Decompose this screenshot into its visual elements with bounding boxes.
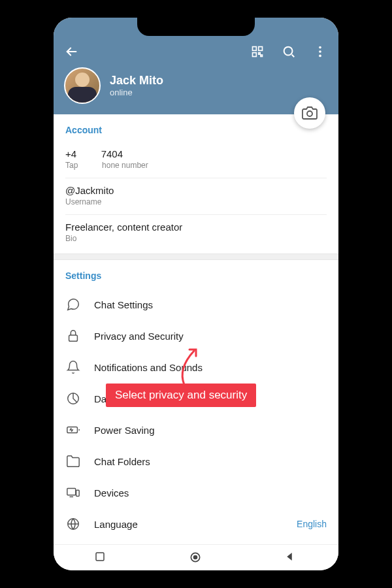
content-area: Account +4 7404 Tap hone number @Jackmit… xyxy=(54,114,338,540)
settings-label: Language xyxy=(94,519,284,530)
qr-icon[interactable] xyxy=(250,44,265,59)
svg-rect-10 xyxy=(69,335,78,341)
username-value: @Jackmito xyxy=(65,185,327,196)
account-title: Account xyxy=(65,125,327,135)
svg-rect-1 xyxy=(259,47,263,51)
profile-name: Jack Mito xyxy=(110,74,163,88)
bio-row[interactable]: Freelancer, content creator Bio xyxy=(65,214,327,248)
chat-icon xyxy=(65,297,81,312)
phone-row[interactable]: +4 7404 Tap hone number xyxy=(65,143,327,175)
header-toolbar xyxy=(64,44,328,59)
svg-point-7 xyxy=(319,50,321,53)
settings-item-data[interactable]: Data and Storage xyxy=(54,383,338,414)
username-row[interactable]: @Jackmito Username xyxy=(65,178,327,212)
nav-back[interactable] xyxy=(284,551,298,565)
settings-label: Chat Settings xyxy=(94,299,327,310)
settings-item-power[interactable]: Power Saving xyxy=(54,414,338,446)
svg-point-5 xyxy=(284,47,293,56)
bio-label: Bio xyxy=(65,234,327,243)
settings-label: Privacy and Security xyxy=(94,331,327,342)
battery-icon xyxy=(65,422,81,438)
svg-rect-15 xyxy=(76,490,80,496)
settings-label: Power Saving xyxy=(94,425,327,436)
nav-home[interactable] xyxy=(189,551,203,565)
back-button[interactable] xyxy=(64,44,80,59)
settings-label: Data and Storage xyxy=(94,393,327,404)
avatar[interactable] xyxy=(64,67,101,104)
language-value: English xyxy=(297,519,327,529)
devices-icon xyxy=(65,485,81,500)
lock-icon xyxy=(65,328,81,344)
phone-screen: Jack Mito online Account +4 7404 Tap hon… xyxy=(54,18,338,570)
settings-item-devices[interactable]: Devices xyxy=(54,477,338,508)
profile-row[interactable]: Jack Mito online xyxy=(64,67,328,104)
svg-point-6 xyxy=(319,46,321,49)
svg-rect-3 xyxy=(259,53,261,55)
section-divider xyxy=(54,253,338,260)
nav-recent[interactable] xyxy=(94,551,108,565)
phone-frame: Jack Mito online Account +4 7404 Tap hon… xyxy=(46,10,346,578)
profile-status: online xyxy=(110,88,163,97)
settings-section: Settings xyxy=(54,260,338,281)
more-icon[interactable] xyxy=(312,44,328,59)
bio-value: Freelancer, content creator xyxy=(65,221,327,233)
settings-item-language[interactable]: Language English xyxy=(54,508,338,540)
settings-item-folders[interactable]: Chat Folders xyxy=(54,446,338,477)
settings-item-notifications[interactable]: Notifications and Sounds xyxy=(54,351,338,383)
globe-icon xyxy=(65,516,81,532)
phone-label: Tap hone number xyxy=(65,161,327,170)
phone-value: +4 7404 xyxy=(65,148,327,159)
nav-bar xyxy=(54,544,338,570)
settings-label: Devices xyxy=(94,487,327,498)
settings-title: Settings xyxy=(65,270,327,281)
username-label: Username xyxy=(65,197,327,206)
camera-button[interactable] xyxy=(294,97,325,129)
bell-icon xyxy=(65,359,81,375)
svg-rect-14 xyxy=(67,489,76,495)
svg-rect-0 xyxy=(253,47,257,51)
svg-point-19 xyxy=(193,555,197,559)
svg-point-8 xyxy=(319,55,321,57)
settings-item-privacy[interactable]: Privacy and Security xyxy=(54,320,338,351)
folder-icon xyxy=(65,453,81,469)
settings-list: Chat Settings Privacy and Security Notif… xyxy=(54,289,338,540)
account-section: Account +4 7404 Tap hone number @Jackmit… xyxy=(54,114,338,253)
phone-notch xyxy=(137,18,255,36)
settings-label: Notifications and Sounds xyxy=(94,362,327,373)
svg-point-9 xyxy=(307,111,312,116)
pie-icon xyxy=(65,391,81,406)
settings-item-chat[interactable]: Chat Settings xyxy=(54,289,338,320)
svg-rect-2 xyxy=(253,53,257,57)
settings-label: Chat Folders xyxy=(94,456,327,467)
search-icon[interactable] xyxy=(281,44,297,59)
svg-rect-4 xyxy=(261,55,263,57)
svg-rect-17 xyxy=(96,553,104,561)
